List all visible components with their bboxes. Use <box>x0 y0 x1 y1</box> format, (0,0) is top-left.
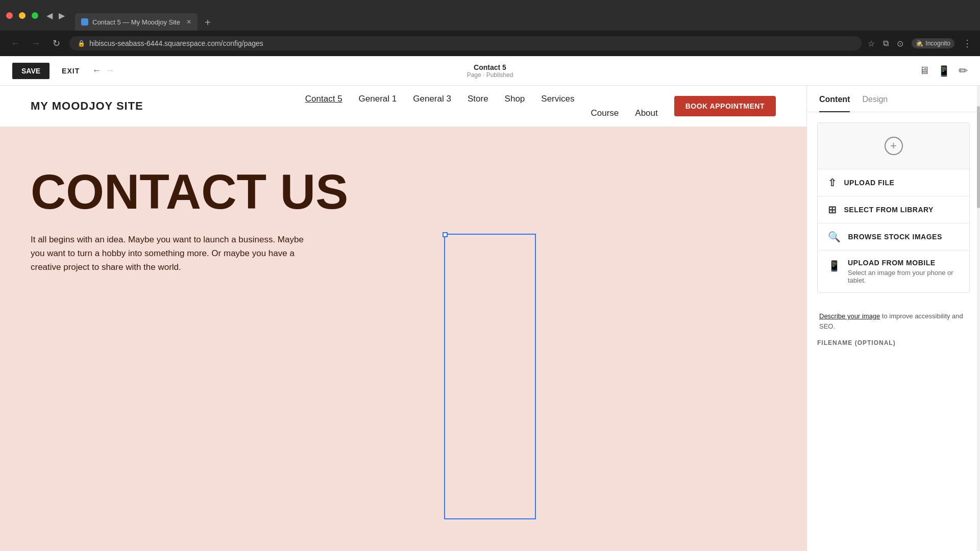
exit-button[interactable]: EXIT <box>62 67 80 75</box>
mobile-view-icon[interactable]: 📱 <box>938 65 950 77</box>
select-library-option[interactable]: ⊞ SELECT FROM LIBRARY <box>818 196 969 223</box>
describe-section: Describe your image to improve accessibi… <box>817 303 970 339</box>
nav-course[interactable]: Course <box>591 108 619 118</box>
mobile-icon: 📱 <box>828 260 841 272</box>
book-appointment-button[interactable]: BOOK APPOINTMENT <box>674 96 776 116</box>
describe-link[interactable]: Describe your image <box>819 312 880 320</box>
search-icon: 🔍 <box>828 231 841 243</box>
upload-file-option[interactable]: ⇧ UPLOAD FILE <box>818 169 969 196</box>
filename-label: FILENAME (OPTIONAL) <box>817 339 970 346</box>
site-logo: MY MOODJOY SITE <box>31 99 143 113</box>
undo-button[interactable]: ← <box>92 65 101 76</box>
incognito-badge: 🕵 Incognito <box>912 38 954 48</box>
address-text[interactable]: hibiscus-seabass-6444.squarespace.com/co… <box>89 39 263 47</box>
redo-button[interactable]: → <box>105 65 114 76</box>
forward-button[interactable]: → <box>29 38 43 49</box>
upload-placeholder[interactable]: + <box>818 123 969 169</box>
nav-shop[interactable]: Shop <box>505 94 525 104</box>
refresh-button[interactable]: ↻ <box>49 38 63 49</box>
nav-contact5[interactable]: Contact 5 <box>305 94 342 104</box>
mobile-upload-desc: Select an image from your phone or table… <box>848 269 959 284</box>
browse-stock-option[interactable]: 🔍 BROWSE STOCK IMAGES <box>818 223 969 250</box>
address-lock-icon: 🔒 <box>78 40 85 47</box>
page-title: Contact 5 <box>467 63 513 71</box>
nav-services[interactable]: Services <box>541 94 574 104</box>
back-button[interactable]: ← <box>8 38 22 49</box>
nav-store[interactable]: Store <box>468 94 488 104</box>
page-status: Page · Published <box>467 71 513 79</box>
tab-design[interactable]: Design <box>862 86 888 112</box>
tab-label[interactable]: Contact 5 — My Moodjoy Site <box>92 18 180 26</box>
profile-icon[interactable]: ⊙ <box>897 39 903 48</box>
library-icon: ⊞ <box>828 204 837 216</box>
hero-desc: It all begins with an idea. Maybe you wa… <box>31 233 316 274</box>
add-image-icon[interactable]: + <box>885 137 903 155</box>
mobile-upload-title: UPLOAD FROM MOBILE <box>848 259 959 267</box>
selection-handle[interactable] <box>443 232 448 237</box>
design-icon[interactable]: ✏ <box>959 64 968 78</box>
desktop-view-icon[interactable]: 🖥 <box>919 65 929 77</box>
nav-about[interactable]: About <box>635 108 657 118</box>
nav-general1[interactable]: General 1 <box>359 94 397 104</box>
nav-general3[interactable]: General 3 <box>413 94 451 104</box>
upload-area: + ⇧ UPLOAD FILE ⊞ SELECT FROM LIBRARY 🔍 … <box>817 122 970 293</box>
tab-add-button[interactable]: + <box>200 15 216 31</box>
image-selection-box[interactable] <box>444 234 536 519</box>
bookmark-icon[interactable]: ☆ <box>868 39 875 48</box>
tab-content[interactable]: Content <box>819 86 850 112</box>
menu-icon[interactable]: ⋮ <box>963 38 972 49</box>
upload-file-icon: ⇧ <box>828 177 837 189</box>
mobile-upload-option[interactable]: 📱 UPLOAD FROM MOBILE Select an image fro… <box>818 250 969 292</box>
tab-close-icon[interactable]: ✕ <box>186 18 191 26</box>
extensions-icon[interactable]: ⧉ <box>883 39 889 48</box>
panel-scrollbar[interactable] <box>977 86 980 551</box>
hero-title: CONTACT US <box>31 167 776 216</box>
save-button[interactable]: SAVE <box>12 63 50 79</box>
